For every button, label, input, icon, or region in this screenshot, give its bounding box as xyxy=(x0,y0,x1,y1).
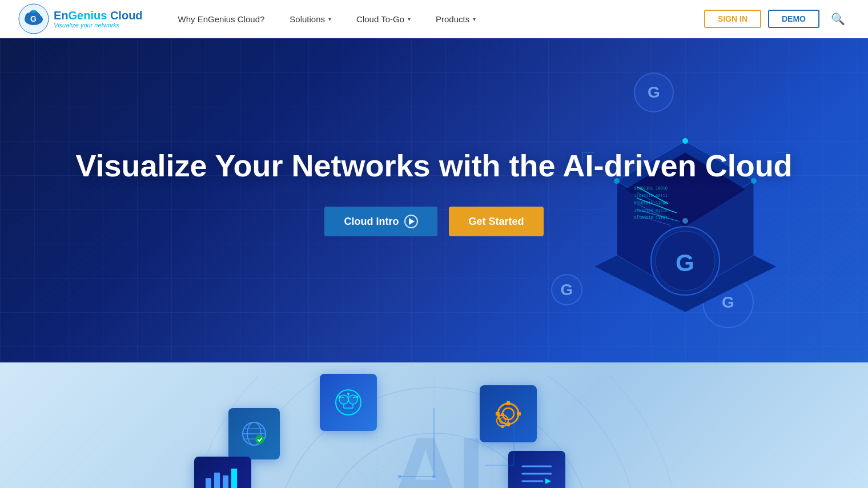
hero-buttons: Cloud Intro Get Started xyxy=(75,207,792,236)
get-started-button[interactable]: Get Started xyxy=(449,207,543,236)
brand-name: EnGenius Cloud xyxy=(54,9,143,22)
logo[interactable]: G EnGenius Cloud Visualize your networks xyxy=(18,3,143,34)
svg-rect-61 xyxy=(517,412,521,416)
svg-text:G: G xyxy=(30,14,37,23)
float-card-brain xyxy=(320,374,377,431)
lower-section: AI xyxy=(0,362,868,488)
play-circle-icon xyxy=(404,215,418,228)
float-card-gear xyxy=(480,385,537,442)
cloud-to-go-arrow-icon: ▾ xyxy=(408,16,411,22)
float-card-list xyxy=(508,451,565,488)
svg-point-57 xyxy=(503,408,514,420)
cloud-intro-button[interactable]: Cloud Intro xyxy=(324,207,437,236)
svg-marker-74 xyxy=(545,478,551,484)
hero-section: G G G xyxy=(0,38,868,362)
svg-rect-67 xyxy=(214,473,220,489)
svg-point-27 xyxy=(682,138,688,144)
nav-item-cloud-to-go[interactable]: Cloud To-Go ▾ xyxy=(344,0,423,38)
brain-icon xyxy=(331,385,365,420)
signin-button[interactable]: SIGN IN xyxy=(704,10,761,28)
svg-rect-60 xyxy=(496,412,500,416)
svg-rect-66 xyxy=(206,478,211,489)
float-card-globe xyxy=(228,408,280,459)
svg-point-55 xyxy=(255,435,264,444)
search-button[interactable]: 🔍 xyxy=(826,10,850,28)
demo-button[interactable]: DEMO xyxy=(768,10,819,28)
hero-content: Visualize Your Networks with the AI-driv… xyxy=(75,147,792,254)
globe-icon xyxy=(239,418,270,450)
nav-item-products[interactable]: Products ▾ xyxy=(423,0,488,38)
svg-rect-58 xyxy=(507,401,510,405)
search-icon: 🔍 xyxy=(831,13,845,25)
logo-icon: G xyxy=(18,3,49,34)
nav-item-solutions[interactable]: Solutions ▾ xyxy=(277,0,344,38)
hero-title: Visualize Your Networks with the AI-driv… xyxy=(75,147,792,184)
products-arrow-icon: ▾ xyxy=(473,16,476,22)
svg-rect-64 xyxy=(501,413,504,416)
nav-actions: SIGN IN DEMO 🔍 xyxy=(704,10,850,28)
nav-links: Why EnGenius Cloud? Solutions ▾ Cloud To… xyxy=(166,0,704,38)
list-icon xyxy=(520,459,554,488)
nav-item-why[interactable]: Why EnGenius Cloud? xyxy=(166,0,278,38)
float-card-chart xyxy=(194,457,251,488)
ai-cards-container: AI xyxy=(0,362,868,488)
ai-text-large: AI xyxy=(388,414,480,488)
chart-icon xyxy=(203,464,243,489)
cloud-intro-label: Cloud Intro xyxy=(344,216,399,228)
svg-rect-68 xyxy=(223,475,228,489)
svg-rect-65 xyxy=(501,425,504,428)
solutions-arrow-icon: ▾ xyxy=(328,16,331,22)
svg-rect-69 xyxy=(231,469,237,489)
logo-text: EnGenius Cloud Visualize your networks xyxy=(54,9,143,29)
tagline: Visualize your networks xyxy=(54,22,143,29)
navbar: G EnGenius Cloud Visualize your networks… xyxy=(0,0,868,38)
gear-icon xyxy=(491,397,525,431)
